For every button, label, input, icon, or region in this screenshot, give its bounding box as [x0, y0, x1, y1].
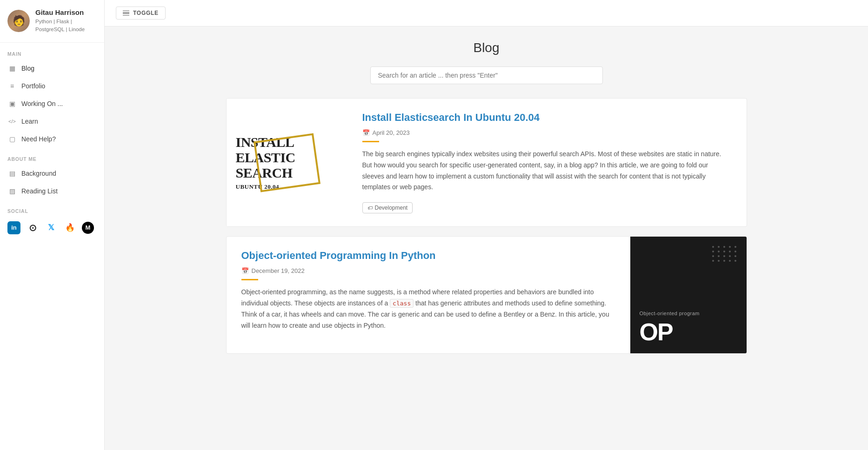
main-section-label: MAIN — [0, 43, 104, 60]
article-excerpt-oop: Object-oriented programming, as the name… — [241, 287, 615, 331]
profile-name: Gitau Harrison — [35, 8, 85, 16]
profile-info: Gitau Harrison Python | Flask | PostgreS… — [35, 8, 85, 34]
article-excerpt-elasticsearch: The big search engines typically index w… — [362, 149, 732, 193]
tag-label: Development — [375, 205, 408, 211]
linkedin-icon[interactable]: in — [7, 221, 20, 234]
sidebar-item-need-help-label: Need Help? — [21, 135, 56, 143]
sidebar-item-portfolio-label: Portfolio — [21, 82, 45, 90]
oop-dots-grid — [712, 246, 737, 262]
toggle-label: Toggle — [133, 10, 159, 16]
article-tag-development[interactable]: 🏷 Development — [362, 202, 413, 213]
avatar: 🧑 — [7, 10, 30, 32]
article-divider-oop — [241, 279, 258, 280]
search-bar-container — [226, 66, 747, 84]
sidebar-item-need-help[interactable]: ▢ Need Help? — [0, 130, 104, 148]
content-area: Blog INSTALLELASTICSEARCH UBUNTU 20.04 I… — [207, 26, 766, 450]
article-divider-elasticsearch — [362, 141, 379, 142]
social-links: in ⊙ 𝕏 🔥 M — [0, 217, 104, 239]
twitter-icon[interactable]: 𝕏 — [45, 221, 58, 234]
need-help-icon: ▢ — [7, 134, 17, 144]
sidebar-item-blog[interactable]: ▦ Blog — [0, 60, 104, 77]
sidebar-profile: 🧑 Gitau Harrison Python | Flask | Postgr… — [0, 0, 104, 43]
toggle-button[interactable]: Toggle — [116, 7, 166, 20]
learn-icon: </> — [7, 117, 17, 126]
portfolio-icon: ≡ — [7, 81, 17, 91]
sidebar-item-reading-list-label: Reading List — [21, 187, 58, 195]
article-date-oop: 📅 December 19, 2022 — [241, 267, 615, 274]
about-section-label: ABOUT ME — [0, 148, 104, 165]
hamburger-line-1 — [123, 11, 129, 12]
avatar-image: 🧑 — [7, 10, 30, 32]
article-card-oop: Object-oriented Programming In Python 📅 … — [226, 236, 747, 354]
profile-tags: Python | Flask | PostgreSQL | Linode — [35, 18, 85, 34]
oop-letters: OP — [640, 320, 673, 344]
sidebar-item-learn[interactable]: </> Learn — [0, 112, 104, 130]
sidebar: 🧑 Gitau Harrison Python | Flask | Postgr… — [0, 0, 105, 450]
calendar-icon-oop: 📅 — [241, 267, 249, 274]
tag-icon: 🏷 — [367, 205, 373, 211]
code-class: class — [390, 299, 414, 308]
article-body-elasticsearch: Install Elasticsearch In Ubuntu 20.04 📅 … — [347, 99, 747, 226]
fire-icon[interactable]: 🔥 — [63, 221, 76, 234]
page-title: Blog — [226, 40, 747, 55]
calendar-icon: 📅 — [362, 129, 370, 136]
sidebar-item-learn-label: Learn — [21, 118, 38, 125]
main-content: Toggle Blog INSTALLELASTICSEARCH UBUNTU … — [105, 0, 868, 450]
sidebar-item-reading-list[interactable]: ▨ Reading List — [0, 182, 104, 200]
medium-icon[interactable]: M — [82, 222, 94, 234]
hamburger-line-2 — [123, 13, 129, 13]
sidebar-item-portfolio[interactable]: ≡ Portfolio — [0, 77, 104, 95]
blog-icon: ▦ — [7, 64, 17, 73]
article-body-oop: Object-oriented Programming In Python 📅 … — [227, 237, 630, 353]
sidebar-item-background[interactable]: ▤ Background — [0, 165, 104, 182]
hamburger-line-3 — [123, 15, 129, 16]
topbar: Toggle — [105, 0, 868, 26]
article-thumbnail-elasticsearch: INSTALLELASTICSEARCH UBUNTU 20.04 — [227, 99, 347, 226]
hamburger-icon — [123, 11, 129, 16]
es-gold-box — [253, 133, 320, 192]
oop-title-small: Object-oriented program — [640, 311, 700, 316]
background-icon: ▤ — [7, 169, 17, 178]
sidebar-item-working-on-label: Working On ... — [21, 100, 63, 107]
article-date-elasticsearch: 📅 April 20, 2023 — [362, 129, 732, 136]
article-thumbnail-oop: Object-oriented program OP — [630, 237, 747, 353]
reading-list-icon: ▨ — [7, 186, 17, 196]
article-card-elasticsearch: INSTALLELASTICSEARCH UBUNTU 20.04 Instal… — [226, 98, 747, 227]
working-on-icon: ▣ — [7, 99, 17, 108]
sidebar-item-background-label: Background — [21, 170, 56, 177]
article-title-elasticsearch[interactable]: Install Elasticsearch In Ubuntu 20.04 — [362, 112, 732, 124]
github-icon[interactable]: ⊙ — [26, 221, 39, 234]
article-title-oop[interactable]: Object-oriented Programming In Python — [241, 250, 615, 262]
social-section-label: SOCIAL — [0, 200, 104, 217]
sidebar-item-blog-label: Blog — [21, 65, 34, 72]
search-input[interactable] — [370, 66, 603, 84]
sidebar-item-working-on[interactable]: ▣ Working On ... — [0, 95, 104, 112]
es-thumbnail: INSTALLELASTICSEARCH UBUNTU 20.04 — [227, 99, 347, 226]
